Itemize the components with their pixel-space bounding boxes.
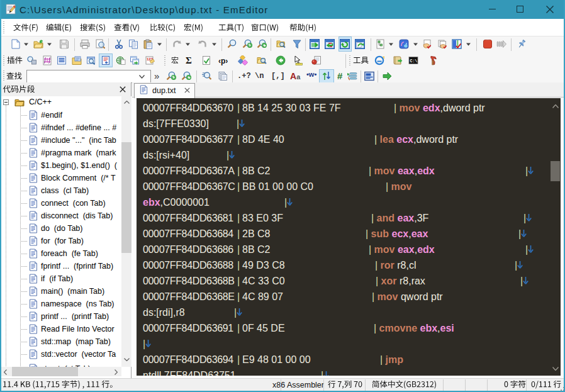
svg-text:‹p›: ‹p› — [218, 57, 228, 65]
svg-text:C:\: C:\ — [410, 59, 418, 64]
svg-text:Σ: Σ — [186, 55, 192, 65]
